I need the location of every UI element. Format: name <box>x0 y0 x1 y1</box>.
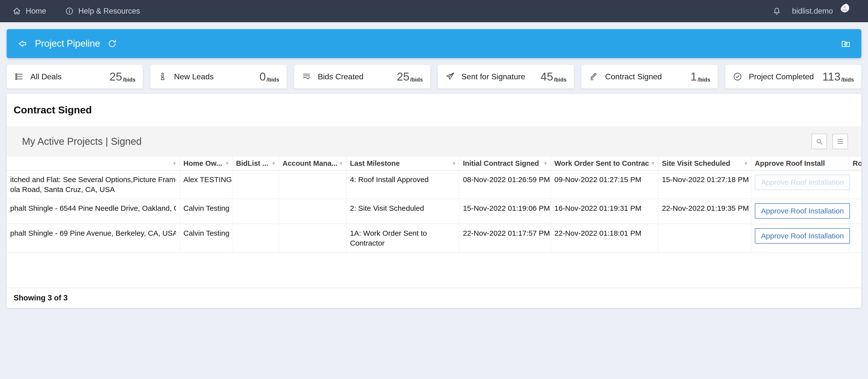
sort-arrow-icon[interactable]: ▾ <box>224 160 230 167</box>
search-icon <box>815 137 823 146</box>
stat-card-value: 113 <box>822 71 840 82</box>
table-cell-site-visit-scheduled: 22-Nov-2022 01:19:35 PM <box>658 199 751 224</box>
column-header-label: Account Mana... <box>282 159 337 167</box>
stat-card-project-completed[interactable]: Project Completed113/bids <box>725 65 861 89</box>
stat-card-value-wrap: 113/bids <box>822 71 854 82</box>
column-header-roof: Roof <box>849 157 861 170</box>
stat-card-label: Bids Created <box>318 72 364 81</box>
table-row[interactable]: itched and Flat: See Several Options,Pic… <box>7 170 861 199</box>
top-navbar: Home Help & Resources bidlist.demo <box>0 0 868 22</box>
table-cell-initial-contract-signed: 15-Nov-2022 01:19:06 PM <box>460 199 551 224</box>
approve-roof-installation-button[interactable]: Approve Roof Installation <box>755 228 850 244</box>
notifications-bell-icon[interactable] <box>772 7 781 15</box>
nav-home[interactable]: Home <box>12 7 46 15</box>
projects-table: ▾Home Ow...▾BidList ...▾Account Mana...▾… <box>7 157 861 308</box>
project-name-line: phalt Shingle - 6544 Pine Needle Drive, … <box>10 203 176 213</box>
column-header-work-order-sent-to-contrac[interactable]: Work Order Sent to Contrac...▾ <box>551 157 658 170</box>
stat-card-all-deals[interactable]: All Deals25/bids <box>7 65 143 89</box>
stat-card-value-wrap: 0/bids <box>259 71 279 82</box>
paper-plane-icon <box>445 72 455 82</box>
pipeline-stats-row: All Deals25/bidsNew Leads0/bidsBids Crea… <box>7 65 861 89</box>
stat-card-bids-created[interactable]: Bids Created25/bids <box>294 65 430 89</box>
sort-arrow-icon[interactable]: ▾ <box>650 160 656 167</box>
search-button[interactable] <box>811 134 827 149</box>
sort-arrow-icon[interactable]: ▾ <box>171 160 178 167</box>
table-cell-bidlist <box>232 170 279 199</box>
column-header-initial-contract-signed[interactable]: Initial Contract Signed▾ <box>460 157 551 170</box>
new-lead-icon <box>158 72 167 82</box>
column-header-bidlist[interactable]: BidList ...▾ <box>232 157 279 170</box>
table-cell-initial-contract-signed: 22-Nov-2022 01:17:57 PM <box>460 224 551 252</box>
project-name-line: phalt Shingle - 69 Pine Avenue, Berkeley… <box>10 228 176 238</box>
table-row[interactable]: phalt Shingle - 6544 Pine Needle Drive, … <box>7 199 861 224</box>
table-cell-last-milestone: 1A: Work Order Sent to Contractor <box>346 224 460 252</box>
table-cell-account-manager <box>279 224 346 252</box>
table-header-row: ▾Home Ow...▾BidList ...▾Account Mana...▾… <box>7 157 861 170</box>
project-name-line: itched and Flat: See Several Options,Pic… <box>10 175 176 185</box>
refresh-icon[interactable] <box>107 38 117 49</box>
approve-roof-installation-button[interactable]: Approve Roof Installation <box>755 175 850 190</box>
back-arrow-icon[interactable] <box>17 38 27 49</box>
column-header-label: BidList ... <box>236 159 269 167</box>
stat-card-value-wrap: 45/bids <box>540 71 567 82</box>
folder-block-icon[interactable] <box>841 38 851 49</box>
table-cell-bidlist <box>232 199 279 224</box>
deals-list-icon <box>14 72 24 82</box>
sort-arrow-icon[interactable]: ▾ <box>742 160 749 167</box>
sort-arrow-icon[interactable]: ▾ <box>542 160 549 167</box>
stat-card-unit: /bids <box>267 76 279 83</box>
table-cell-last-milestone: 2: Site Visit Scheduled <box>346 199 460 224</box>
table-cell-project: phalt Shingle - 69 Pine Avenue, Berkeley… <box>7 224 180 252</box>
sort-arrow-icon[interactable]: ▾ <box>451 160 457 167</box>
table-cell-account-manager <box>279 170 346 199</box>
nav-help-resources[interactable]: Help & Resources <box>65 7 140 15</box>
column-header-account-mana[interactable]: Account Mana...▾ <box>279 157 346 170</box>
sort-arrow-icon[interactable]: ▾ <box>338 160 344 167</box>
column-header-label: Site Visit Scheduled <box>662 159 730 167</box>
stat-card-new-leads[interactable]: New Leads0/bids <box>150 65 286 89</box>
stat-card-value: 1 <box>690 71 697 82</box>
column-header-last-milestone[interactable]: Last Milestone▾ <box>346 157 460 170</box>
column-header-project[interactable]: ▾ <box>7 157 180 170</box>
project-name-line: ola Road, Santa Cruz, CA, USA <box>10 185 176 194</box>
table-cell-home-owner: Calvin Testing <box>180 224 232 252</box>
stat-card-value-wrap: 25/bids <box>397 71 423 82</box>
widget-toolbar <box>811 134 848 149</box>
home-icon <box>12 7 21 15</box>
nav-home-label: Home <box>26 7 46 15</box>
column-header-approve-roof-install: Approve Roof Install <box>751 157 849 170</box>
column-header-label: Roof <box>853 159 861 167</box>
table-cell-approve: Approve Roof Installation <box>751 199 849 224</box>
table-cell-bidlist <box>232 224 279 252</box>
widget-header: My Active Projects | Signed <box>7 126 861 157</box>
table-cell-approve: Approve Roof Installation <box>751 170 849 199</box>
sort-arrow-icon[interactable]: ▾ <box>270 160 277 167</box>
table-cell-initial-contract-signed: 08-Nov-2022 01:26:59 PM <box>460 170 551 199</box>
table-row[interactable]: phalt Shingle - 69 Pine Avenue, Berkeley… <box>7 224 861 253</box>
column-header-label: Home Ow... <box>183 159 222 167</box>
avatar[interactable] <box>840 3 856 19</box>
approve-roof-installation-button[interactable]: Approve Roof Installation <box>755 203 850 219</box>
table-body: itched and Flat: See Several Options,Pic… <box>7 170 861 253</box>
table-cell-site-visit-scheduled: 15-Nov-2022 01:27:18 PM <box>658 170 751 199</box>
stat-card-value: 0 <box>259 71 266 82</box>
stat-card-value-wrap: 25/bids <box>110 71 136 82</box>
table-cell-extra <box>849 224 861 252</box>
stat-card-unit: /bids <box>554 76 566 83</box>
table-cell-last-milestone: 4: Roof Install Approved <box>346 170 460 199</box>
column-header-site-visit-scheduled[interactable]: Site Visit Scheduled▾ <box>658 157 751 170</box>
table-cell-account-manager <box>279 199 346 224</box>
stat-card-sent-for-signature[interactable]: Sent for Signature45/bids <box>438 65 574 89</box>
column-header-home-ow[interactable]: Home Ow...▾ <box>180 157 232 170</box>
table-cell-work-order-sent: 16-Nov-2022 01:19:31 PM <box>551 199 658 224</box>
table-cell-extra <box>849 170 861 199</box>
stat-card-contract-signed[interactable]: Contract Signed1/bids <box>581 65 717 89</box>
widget-title: My Active Projects | Signed <box>22 136 142 147</box>
stat-card-unit: /bids <box>123 76 135 83</box>
column-header-label: Initial Contract Signed <box>463 159 539 167</box>
menu-button[interactable] <box>832 134 848 149</box>
table-cell-project: phalt Shingle - 6544 Pine Needle Drive, … <box>7 199 180 224</box>
account-name[interactable]: bidlist.demo <box>792 7 833 15</box>
stat-card-value: 25 <box>110 71 122 82</box>
stat-card-unit: /bids <box>841 76 854 83</box>
